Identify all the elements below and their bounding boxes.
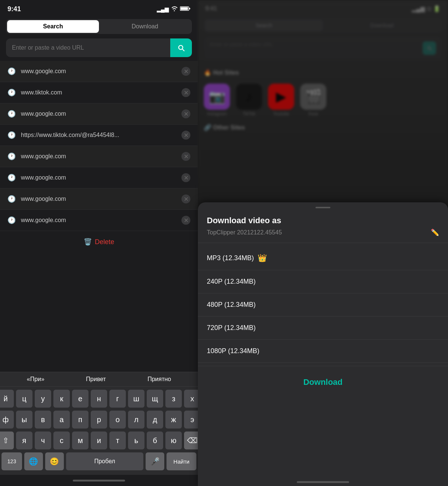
- clock-icon: 🕐: [7, 195, 16, 203]
- key-д[interactable]: д: [147, 411, 163, 429]
- search-button-left[interactable]: [170, 38, 192, 57]
- history-item[interactable]: 🕐 www.tiktok.com ✕: [0, 82, 198, 103]
- key-я[interactable]: я: [16, 432, 32, 449]
- globe-key[interactable]: 🌐: [24, 452, 43, 470]
- suggestion-3[interactable]: Приятно: [147, 376, 171, 383]
- key-ю[interactable]: ю: [165, 432, 182, 449]
- shift-key[interactable]: ⇧: [0, 432, 14, 449]
- status-bar-left: 9:41 ▂▄▆: [0, 0, 198, 16]
- find-key[interactable]: Найти: [167, 452, 196, 470]
- format-720p[interactable]: 720P (12.34MB): [198, 317, 448, 340]
- key-к[interactable]: к: [53, 390, 70, 408]
- key-з[interactable]: з: [165, 390, 182, 408]
- key-щ[interactable]: щ: [147, 390, 163, 408]
- history-item[interactable]: 🕐 www.google.com ✕: [0, 61, 198, 82]
- status-icons-left: ▂▄▆: [157, 6, 190, 12]
- key-н[interactable]: н: [91, 390, 107, 408]
- key-и[interactable]: и: [91, 432, 107, 449]
- suggestion-2[interactable]: Привет: [86, 376, 106, 383]
- close-icon[interactable]: ✕: [181, 67, 190, 76]
- format-mp3[interactable]: MP3 (12.34MB) 👑: [198, 246, 448, 270]
- history-url: www.google.com: [21, 68, 181, 75]
- key-ш[interactable]: ш: [128, 390, 144, 408]
- blurred-tab-download: Download: [323, 19, 441, 31]
- blurred-search-text: Enter or paste a video URL: [210, 41, 423, 55]
- key-с[interactable]: с: [53, 432, 70, 449]
- history-url: www.google.com: [21, 153, 181, 160]
- trash-icon: 🗑️: [84, 238, 92, 246]
- key-ж[interactable]: ж: [165, 411, 182, 429]
- app-icon-instagram: 📷: [204, 84, 230, 110]
- keyboard-row-1: й ц у к е н г ш щ з х: [1, 390, 196, 408]
- clock-icon: 🕐: [7, 67, 16, 75]
- key-р[interactable]: р: [91, 411, 107, 429]
- search-input-left[interactable]: [6, 39, 170, 56]
- search-bar-left: [6, 38, 192, 57]
- key-ч[interactable]: ч: [35, 432, 51, 449]
- app-label-instagram: Instagram: [204, 111, 230, 116]
- numbers-key[interactable]: 123: [1, 452, 22, 470]
- key-м[interactable]: м: [72, 432, 88, 449]
- format-1080p[interactable]: 1080P (12.34MB): [198, 340, 448, 363]
- clock-icon: 🕐: [7, 110, 16, 118]
- clock-icon: 🕐: [7, 174, 16, 182]
- history-item[interactable]: 🕐 www.google.com ✕: [0, 210, 198, 231]
- close-icon[interactable]: ✕: [181, 131, 190, 140]
- sheet-filename-row: TopClipper 20212122.45545 ✏️: [207, 228, 439, 237]
- format-1080p-label: 1080P (12.34MB): [207, 347, 259, 355]
- key-ц[interactable]: ц: [16, 390, 32, 408]
- close-icon[interactable]: ✕: [181, 152, 190, 161]
- download-button[interactable]: Download: [303, 377, 342, 387]
- key-ь[interactable]: ь: [128, 432, 144, 449]
- key-п[interactable]: п: [72, 411, 88, 429]
- key-т[interactable]: т: [109, 432, 126, 449]
- close-icon[interactable]: ✕: [181, 109, 190, 118]
- key-л[interactable]: л: [128, 411, 144, 429]
- history-item[interactable]: 🕐 www.google.com ✕: [0, 167, 198, 189]
- app-icon-tiktok: ♪: [236, 84, 262, 110]
- history-item[interactable]: 🕐 https://www.tiktok.com/@ra54454l8... ✕: [0, 125, 198, 146]
- key-а[interactable]: а: [53, 411, 70, 429]
- format-240p[interactable]: 240P (12.34MB): [198, 270, 448, 293]
- blurred-tabs: Search Download: [204, 18, 442, 32]
- suggestion-1[interactable]: «При»: [27, 376, 44, 383]
- key-у[interactable]: у: [35, 390, 51, 408]
- close-icon[interactable]: ✕: [181, 88, 190, 97]
- clock-icon: 🕐: [7, 88, 16, 97]
- history-item[interactable]: 🕐 www.google.com ✕: [0, 103, 198, 125]
- download-button-row: Download: [198, 366, 448, 395]
- tabs-container-left: Search Download: [6, 19, 192, 34]
- sheet-header: Download video as TopClipper 20212122.45…: [198, 208, 448, 243]
- close-icon[interactable]: ✕: [181, 173, 190, 182]
- key-е[interactable]: е: [72, 390, 88, 408]
- edit-icon[interactable]: ✏️: [431, 228, 439, 237]
- keyboard-row-2: ф ы в а п р о л д ж э: [1, 411, 196, 429]
- key-б[interactable]: б: [147, 432, 163, 449]
- emoji-key[interactable]: 😊: [45, 452, 64, 470]
- close-icon[interactable]: ✕: [181, 216, 190, 225]
- close-icon[interactable]: ✕: [181, 194, 190, 203]
- crown-icon: 👑: [258, 253, 267, 262]
- key-ф[interactable]: ф: [0, 411, 14, 429]
- mic-key[interactable]: 🎤: [146, 452, 164, 470]
- app-label-youtube: Youtube: [268, 111, 294, 116]
- format-480p[interactable]: 480P (12.34MB): [198, 293, 448, 317]
- key-о[interactable]: о: [109, 411, 126, 429]
- delete-row[interactable]: 🗑️ Delete: [0, 231, 198, 253]
- history-item[interactable]: 🕐 www.google.com ✕: [0, 189, 198, 210]
- home-bar-left: [73, 480, 125, 482]
- history-url: www.google.com: [21, 217, 181, 224]
- tab-download[interactable]: Download: [99, 20, 191, 33]
- battery-icon: [180, 6, 190, 12]
- home-bar-right: [297, 481, 349, 483]
- history-item[interactable]: 🕐 www.google.com ✕: [0, 146, 198, 167]
- key-й[interactable]: й: [0, 390, 14, 408]
- key-г[interactable]: г: [109, 390, 126, 408]
- key-ы[interactable]: ы: [16, 411, 32, 429]
- hot-sites-label: 🔥 Hot Sites: [198, 65, 448, 80]
- tab-search[interactable]: Search: [7, 20, 99, 33]
- space-key[interactable]: Пробел: [66, 452, 144, 470]
- key-в[interactable]: в: [35, 411, 51, 429]
- history-url: www.google.com: [21, 196, 181, 202]
- signal-icon: ▂▄▆: [157, 6, 169, 12]
